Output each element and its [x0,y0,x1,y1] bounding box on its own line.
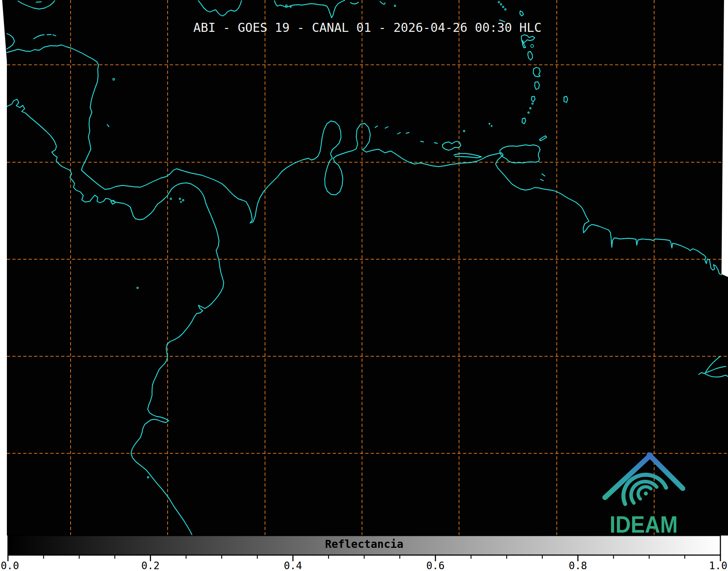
colorbar-tick-label: 0.2 [141,560,160,571]
coastline-bay-islands-2 [47,34,51,35]
colorbar-tick-label: 0.0 [1,560,19,571]
goes-satellite-product-window: ABI - GOES 19 - CANAL 01 - 2026-04-26 00… [0,0,728,571]
product-title: ABI - GOES 19 - CANAL 01 - 2026-04-26 00… [193,20,542,35]
colorbar-tick-label: 0.8 [569,560,587,571]
colorbar-tick-label: 0.4 [284,560,302,571]
logo-spiral-eye-icon [644,492,648,496]
coastline-cayman-dash [36,2,41,2]
colorbar-ticks [8,555,720,561]
reflectance-colorbar: 0.00.20.40.60.81.0 Reflectancia [1,536,727,571]
logo-wordmark: IDEAM [610,512,678,538]
colorbar-tick-labels: 0.00.20.40.60.81.0 [1,560,727,571]
colorbar-tick-label: 0.6 [426,560,445,571]
colorbar-axis-label: Reflectancia [325,538,404,550]
satellite-image-canvas: ABI - GOES 19 - CANAL 01 - 2026-04-26 00… [0,0,728,571]
colorbar-tick-label: 1.0 [709,560,727,571]
satellite-scene-footprint [2,0,728,536]
